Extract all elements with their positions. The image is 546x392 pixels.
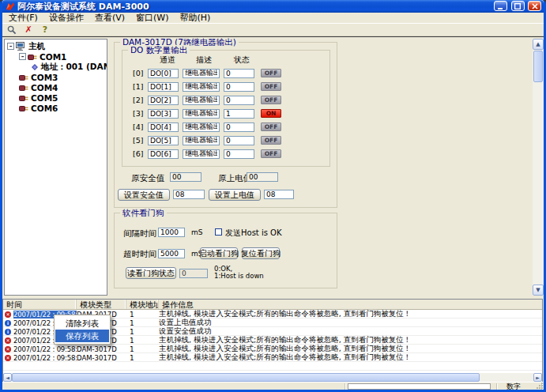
tree-item-label: COM6	[31, 104, 58, 113]
do-status-field[interactable]	[224, 96, 254, 105]
menu-item-3[interactable]: 窗口(W)	[130, 13, 174, 23]
do-channel-field[interactable]	[148, 69, 179, 78]
tree-item-com4[interactable]: COM4	[5, 82, 107, 92]
do-channel-field[interactable]	[148, 82, 179, 92]
log-module-address-cell: 1	[126, 319, 159, 327]
do-desc-field[interactable]	[183, 136, 220, 145]
relay-off-button[interactable]: OFF	[261, 136, 281, 145]
do-desc-field[interactable]	[183, 122, 220, 132]
log-header-3[interactable]: 操作信息	[159, 300, 542, 309]
context-menu-item-1[interactable]: 保存列表	[55, 330, 109, 342]
relay-off-button[interactable]: OFF	[261, 149, 281, 158]
resize-grip[interactable]	[536, 382, 544, 390]
tree-item-com6[interactable]: COM6	[5, 103, 107, 113]
relay-on-button[interactable]: ON	[261, 109, 281, 118]
do-status-field[interactable]	[224, 122, 254, 132]
set-values-row: 设置安全值 设置上电值	[115, 189, 337, 202]
host-icon	[16, 42, 26, 51]
do-status-field[interactable]	[224, 109, 254, 119]
menu-item-4[interactable]: 帮助(H)	[175, 13, 217, 23]
log-header-0[interactable]: 时间	[3, 300, 77, 309]
do-desc-field[interactable]	[183, 109, 220, 119]
send-host-checkbox[interactable]	[215, 228, 222, 236]
start-watchdog-button[interactable]: 启动看门狗	[200, 247, 238, 259]
do-channel-field[interactable]	[148, 149, 179, 159]
module-icon	[31, 63, 39, 71]
com-icon	[19, 84, 28, 92]
vertical-scroll-thumb[interactable]	[533, 51, 543, 82]
do-channel-field[interactable]	[148, 136, 179, 145]
log-table-header: 时间模块类型模块地址操作信息	[3, 300, 542, 310]
com-icon	[19, 104, 28, 112]
search-icon[interactable]	[6, 24, 17, 35]
do-channel-field[interactable]	[148, 109, 179, 119]
set-power-value-field[interactable]	[264, 190, 294, 199]
tree-expander-icon[interactable]: -	[19, 53, 26, 60]
watchdog-timeout-row: 超时时间 mS 启动看门狗 复位看门狗	[115, 247, 337, 260]
do-desc-field[interactable]	[183, 69, 220, 78]
horizontal-scroll-thumb[interactable]	[12, 373, 480, 382]
read-watchdog-button[interactable]: 读看门狗状态	[126, 267, 176, 279]
tree-item-com3[interactable]: COM3	[5, 72, 107, 82]
orig-safe-value-field[interactable]	[170, 172, 201, 182]
delete-icon[interactable]: ✗	[23, 24, 34, 35]
tree-expander-icon[interactable]: -	[7, 43, 14, 50]
do-desc-field[interactable]	[183, 96, 220, 105]
do-channel-field[interactable]	[148, 96, 179, 105]
log-horizontal-scrollbar[interactable]: ◄ ►	[3, 373, 542, 382]
do-channel-field[interactable]	[148, 122, 179, 132]
do-row-1: [1]OFF	[122, 80, 329, 93]
info-icon: i	[5, 329, 11, 335]
log-header-1[interactable]: 模块类型	[77, 300, 126, 309]
com-icon	[19, 74, 28, 81]
relay-off-button[interactable]: OFF	[261, 96, 281, 104]
scroll-left-icon[interactable]: ◄	[3, 373, 12, 382]
interval-field[interactable]	[158, 228, 185, 237]
scroll-right-icon[interactable]: ►	[533, 373, 542, 382]
scroll-up-icon[interactable]: ▲	[533, 39, 544, 50]
main-vertical-scrollbar[interactable]: ▲ ▼	[533, 39, 544, 296]
status-field	[348, 383, 491, 390]
set-power-button[interactable]: 设置上电值	[209, 189, 261, 201]
do-status-field[interactable]	[224, 136, 254, 145]
minimize-button[interactable]	[494, 1, 507, 11]
tree-item-label: COM1	[40, 52, 66, 62]
log-module-address-cell: 1	[126, 328, 159, 336]
scroll-down-icon[interactable]: ▼	[533, 285, 544, 296]
tree-item-com1[interactable]: -COM1	[5, 51, 107, 62]
relay-off-button[interactable]: OFF	[261, 122, 281, 131]
context-menu-item-0[interactable]: 清除列表	[55, 317, 109, 330]
relay-off-button[interactable]: OFF	[261, 69, 281, 77]
menu-item-0[interactable]: 文件(F)	[3, 13, 43, 23]
tree-item-com5[interactable]: COM5	[5, 92, 107, 103]
help-icon[interactable]: ?	[40, 24, 51, 35]
reset-watchdog-button[interactable]: 复位看门狗	[242, 247, 280, 259]
watchdog-status-field[interactable]	[179, 269, 208, 278]
do-desc-field[interactable]	[183, 82, 220, 92]
close-button[interactable]	[528, 1, 541, 11]
set-safe-button[interactable]: 设置安全值	[118, 189, 170, 201]
tree-item-001dam3017d[interactable]: 地址：001 (DAM-3017D)	[5, 62, 107, 72]
log-header-2[interactable]: 模块地址	[126, 300, 159, 309]
status-separator	[496, 383, 497, 390]
do-row-5: [5]OFF	[122, 134, 329, 147]
do-status-field[interactable]	[224, 149, 254, 159]
do-index-label: [5]	[133, 136, 148, 145]
set-safe-value-field[interactable]	[173, 190, 205, 199]
error-icon: ✕	[5, 346, 11, 352]
menu-item-1[interactable]: 设备操作	[43, 13, 89, 23]
log-module-address-cell: 1	[126, 311, 159, 318]
original-values-row: 原安全值 原上电值	[115, 172, 337, 183]
watchdog-group: 软件看门狗 间隔时间 mS 发送Host is OK 超时时间 mS 启动看门狗…	[114, 213, 337, 288]
orig-power-value-field[interactable]	[247, 172, 278, 182]
tree-item-[interactable]: -主机	[5, 41, 107, 51]
log-module-address-cell: 1	[126, 345, 159, 353]
do-status-field[interactable]	[224, 82, 254, 92]
timeout-field[interactable]	[158, 249, 185, 258]
maximize-button[interactable]	[511, 1, 525, 11]
menu-item-2[interactable]: 查看(V)	[89, 13, 130, 23]
do-status-field[interactable]	[224, 69, 254, 78]
do-desc-field[interactable]	[183, 149, 220, 159]
log-row[interactable]: ✕2007/01/22 : 09:58:40DAM-3017D1主机掉线, 模块…	[3, 353, 542, 362]
relay-off-button[interactable]: OFF	[261, 82, 281, 91]
